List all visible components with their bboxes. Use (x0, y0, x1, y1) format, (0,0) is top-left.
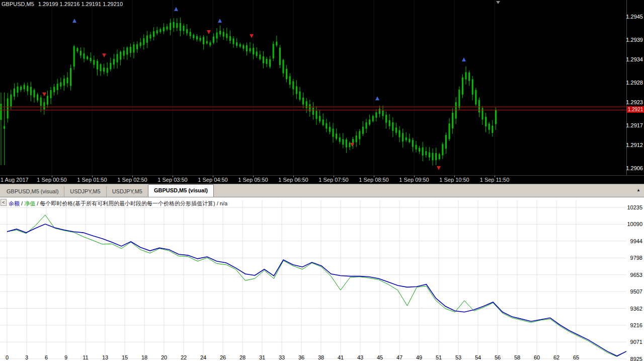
price-axis-label: 1.2934 (626, 56, 643, 62)
tester-graph[interactable] (0, 197, 644, 361)
price-axis-label: 1.2928 (626, 80, 643, 86)
chart-tab-bar: GBPUSD,M5 (visual)USDJPY,M5USDJPY,M5GBPU… (0, 184, 644, 197)
tester-y-axis-label: 9216 (630, 322, 642, 328)
tester-y-axis-label: 9507 (630, 288, 642, 295)
time-axis-tick (374, 176, 374, 177)
legend-separator: / (215, 200, 220, 206)
time-axis-label: 1 Sep 06:50 (278, 177, 308, 183)
tester-y-axis-label: 10090 (627, 221, 642, 227)
sell-arrow-icon (207, 30, 211, 34)
current-price-tag: 1.2921 (627, 106, 644, 113)
tester-x-axis-label: 26 (220, 354, 226, 360)
price-axis-label: 1.2917 (626, 122, 643, 128)
buy-arrow-icon (174, 7, 178, 11)
price-axis-label: 1.2906 (626, 165, 643, 171)
tester-x-axis-label: 3 (25, 354, 28, 360)
balance-line (7, 224, 626, 356)
tester-x-axis-label: 18 (141, 354, 147, 360)
tester-x-axis-label: 47 (396, 354, 403, 360)
candlestick-chart[interactable]: GBPUSD,M51.29199 1.29216 1.29191 1.29210… (0, 0, 644, 175)
tester-x-axis-label: 58 (514, 354, 520, 360)
tester-x-axis-label: 45 (377, 354, 383, 360)
tester-x-axis-label: 56 (495, 354, 501, 360)
chart-tab[interactable]: GBPUSD,M5 (visual) (1, 186, 64, 197)
mt4-strategy-tester-window: GBPUSD,M51.29199 1.29216 1.29191 1.29210… (0, 0, 644, 361)
tester-x-axis-label: 62 (553, 354, 559, 360)
time-axis-tick (414, 176, 415, 177)
tester-legend: 余额 / 净值 / 每个即时价格(基于所有可利用的最小时段的每一个价格的分形插值… (9, 200, 227, 207)
tester-y-axis-label: 9653 (630, 272, 642, 278)
legend-separator: / (20, 200, 24, 206)
price-axis[interactable]: 1.2921 1.29451.29391.29341.29281.29231.2… (626, 0, 644, 175)
time-axis-label: 1 Sep 04:50 (198, 177, 227, 183)
time-axis-label: 1 Aug 2017 (1, 177, 29, 183)
chart-quotes: 1.29199 1.29216 1.29191 1.29210 (38, 1, 123, 7)
sell-arrow-icon (42, 93, 46, 97)
tester-y-axis-label: 10235 (627, 204, 642, 210)
tester-x-axis-label: 24 (200, 354, 206, 360)
tester-y-axis-label: 8925 (630, 356, 642, 361)
price-axis-label: 1.2945 (626, 14, 643, 20)
panel-collapse-button[interactable]: < (1, 199, 7, 206)
time-axis-label: 1 Sep 02:50 (117, 177, 147, 183)
tester-y-axis-label: 9798 (630, 255, 642, 261)
legend-equity-label: 净值 (24, 200, 35, 206)
tester-graph-panel[interactable]: < 余额 / 净值 / 每个即时价格(基于所有可利用的最小时段的每一个价格的分形… (0, 197, 644, 361)
sell-arrow-icon (102, 53, 106, 57)
time-axis-label: 1 Sep 00:50 (37, 177, 66, 183)
tester-x-axis-label: 0 (6, 354, 9, 360)
buy-arrows (72, 7, 466, 101)
tester-x-axis-label: 51 (436, 354, 442, 360)
time-axis-tick (132, 176, 133, 177)
legend-na-label: n/a (220, 200, 227, 206)
tester-x-axis-label: 13 (102, 354, 108, 360)
tester-x-axis-label: 49 (416, 354, 422, 360)
time-axis-label: 1 Sep 11:50 (480, 177, 510, 183)
legend-separator: / (35, 200, 40, 206)
tab-scroll-button[interactable]: ▲ (634, 186, 642, 194)
tester-x-axis-label: 11 (83, 354, 88, 360)
tester-y-axis-label: 9362 (630, 306, 642, 312)
tester-x-axis-label: 65 (573, 354, 579, 360)
tester-x-axis-label: 36 (298, 354, 304, 360)
legend-balance-label: 余额 (9, 200, 20, 206)
buy-arrow-icon (462, 57, 466, 61)
time-axis-label: 1 Sep 07:50 (318, 177, 348, 183)
time-axis-label: 1 Sep 08:50 (359, 177, 388, 183)
tester-x-axis-label: 22 (181, 354, 187, 360)
time-axis-tick (253, 176, 254, 177)
chart-grid (52, 0, 495, 175)
tester-x-axis-label: 38 (318, 354, 324, 360)
chart-tab[interactable]: USDJPY,M5 (107, 186, 148, 197)
time-axis-tick (173, 176, 173, 177)
time-axis-tick (293, 176, 294, 177)
tester-x-axis-label: 28 (239, 354, 246, 360)
buy-arrow-icon (375, 96, 379, 100)
tester-x-axis-label: 54 (475, 354, 481, 360)
sell-arrows (42, 30, 441, 170)
tester-grid (0, 200, 626, 359)
chart-tab[interactable]: USDJPY,M5 (64, 186, 106, 197)
time-axis-tick (334, 176, 334, 177)
time-axis-label: 1 Sep 10:50 (439, 177, 469, 183)
tester-x-axis-label: 41 (338, 354, 344, 360)
time-axis-label: 1 Sep 03:50 (157, 177, 187, 183)
tester-x-axis-label: 9 (64, 354, 67, 360)
price-axis-label: 1.2939 (626, 37, 643, 43)
time-axis-label: 1 Sep 09:50 (399, 177, 429, 183)
chart-tab[interactable]: GBPUSD,M5 (visual) (148, 184, 214, 197)
tester-x-axis-label: 53 (455, 354, 461, 360)
tester-x-axis-label: 33 (279, 354, 285, 360)
time-axis-label: 1 Sep 01:50 (77, 177, 107, 183)
time-axis[interactable]: 1 Aug 20171 Sep 00:501 Sep 01:501 Sep 02… (0, 175, 644, 184)
tester-x-axis-label: 20 (161, 354, 167, 360)
price-axis-label: 1.2923 (626, 99, 643, 105)
candles-canvas[interactable] (0, 0, 627, 175)
chart-symbol: GBPUSD,M5 (2, 1, 34, 7)
equity-line (7, 215, 626, 356)
chart-shift-marker-icon[interactable] (496, 1, 500, 4)
time-axis-tick (92, 176, 93, 177)
sell-arrow-icon (350, 143, 354, 147)
tester-x-axis-label: 31 (259, 354, 265, 360)
tester-x-axis-label: 60 (534, 354, 540, 360)
